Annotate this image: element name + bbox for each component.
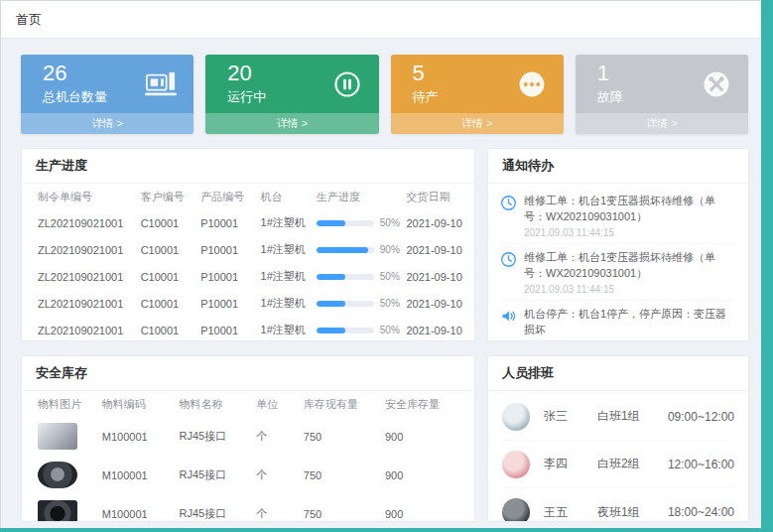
notice-text: 维修工单：机台1变压器损坏待维修（单号：WX202109031001） [524,194,736,225]
safety-qty: 900 [381,417,462,456]
panels-row-1: 生产进度 制令单编号客户编号产品编号机台生产进度交货日期 ZL202109021… [1,134,761,341]
running-icon [331,68,363,100]
stat-card-fault[interactable]: 1 故障 详情 > [576,55,748,134]
stat-card-body: 26 总机台数量 [21,55,193,113]
progress-label: 50% [380,298,400,309]
unit: 个 [252,494,300,522]
material-code: M100001 [98,417,176,456]
production-row: ZL202109021001 C10001 P10001 1#注塑机 50% 2… [34,209,462,236]
clock-icon [500,251,517,295]
notice-item[interactable]: 维修工单：机台1变压器损坏待维修（单号：WX202109031001） 2021… [500,188,736,244]
progress-bar [317,301,374,307]
progress-cell: 50% [313,317,403,341]
speaker-photo [38,500,77,522]
material-photo-cell [34,456,98,494]
progress-label: 90% [380,244,400,255]
detail-link[interactable]: 详情 > [205,113,378,134]
unit: 个 [252,456,300,494]
notice-body: 机台停产：机台1停产，停产原因：变压器损坏 [524,307,736,338]
avatar [502,403,530,431]
stat-card-body: 5 待产 [391,55,564,113]
notice-text: 机台停产：机台1停产，停产原因：变压器损坏 [524,307,736,338]
staff-row: 王五 夜班1组 18:00~24:00 [502,488,734,522]
progress-cell: 90% [313,236,403,263]
order-no: ZL202109021001 [34,209,137,236]
tab-home[interactable]: 首页 [16,11,42,29]
production-table: 制令单编号客户编号产品编号机台生产进度交货日期 ZL202109021001 C… [34,184,462,341]
detail-link[interactable]: 详情 > [576,113,748,134]
unit: 个 [252,417,300,456]
notice-list: 维修工单：机台1变压器损坏待维修（单号：WX202109031001） 2021… [488,184,748,341]
dashboard-app: 首页 26 总机台数量 详情 > 20 运行中 详情 > 5 待产 [0,0,761,528]
detail-link[interactable]: 详情 > [21,113,193,134]
production-row: ZL202109021001 C10001 P10001 1#注塑机 90% 2… [34,236,462,263]
product-no: P10001 [196,317,256,341]
column-header: 物料编码 [98,391,176,417]
material-name: RJ45接口 [176,417,253,456]
notice-text: 维修工单：机台1变压器损坏待维修（单号：WX202109031001） [524,250,736,282]
machine-name: 1#注塑机 [257,209,313,236]
safety-qty: 900 [381,456,462,494]
notice-time: 2021.09.03 11:44:15 [524,284,736,295]
notice-item[interactable]: 机台停产：机台1停产，停产原因：变压器损坏 [500,301,736,341]
notice-body: 维修工单：机台1变压器损坏待维修（单号：WX202109031001） 2021… [524,250,736,295]
panel-title-stock: 安全库存 [22,356,474,391]
safety-qty: 900 [381,494,462,522]
progress-label: 50% [380,217,400,228]
column-header: 客户编号 [137,184,196,209]
avatar [502,451,530,478]
stat-value: 1 [597,62,623,85]
production-row: ZL202109021001 C10001 P10001 1#注塑机 50% 2… [34,290,462,317]
staff-shift: 白班2组 [597,456,668,472]
waiting-icon [516,68,548,100]
notice-body: 维修工单：机台1变压器损坏待维修（单号：WX202109031001） 2021… [524,194,736,238]
progress-bar [317,220,374,226]
production-row: ZL202109021001 C10001 P10001 1#注塑机 50% 2… [34,263,462,290]
stat-card-body: 1 故障 [576,55,748,113]
connector-photo [38,462,77,488]
material-photo-cell [34,494,98,522]
on-hand-qty: 750 [300,456,381,494]
stat-label: 总机台数量 [43,88,107,106]
machine-icon [144,68,178,100]
delivery-date: 2021-09-10 [402,236,462,263]
stat-label: 故障 [597,88,623,106]
stat-card-total[interactable]: 26 总机台数量 详情 > [21,55,193,134]
stat-value: 20 [227,62,266,85]
stat-value: 5 [413,62,439,85]
staff-time: 09:00~12:00 [668,410,734,424]
progress-bar [317,247,374,253]
column-header: 机台 [257,184,313,209]
staff-time: 18:00~24:00 [668,505,734,519]
column-header: 库存现有量 [300,391,381,417]
progress-cell: 50% [313,263,403,290]
material-code: M100001 [98,456,176,494]
stat-card-running[interactable]: 20 运行中 详情 > [205,55,378,134]
progress-cell: 50% [313,290,403,317]
delivery-date: 2021-09-10 [402,209,462,236]
stat-card-waiting[interactable]: 5 待产 详情 > [391,55,564,134]
machine-name: 1#注塑机 [257,290,313,317]
machine-name: 1#注塑机 [257,236,313,263]
customer-no: C10001 [137,290,196,317]
rj45-photo [38,423,77,450]
notice-time: 2021.09.03 11:44:15 [524,227,736,238]
machine-name: 1#注塑机 [257,263,313,290]
product-no: P10001 [196,290,256,317]
column-header: 交货日期 [402,184,462,209]
column-header: 安全库存量 [381,391,462,417]
notice-item[interactable]: 维修工单：机台1变压器损坏待维修（单号：WX202109031001） 2021… [500,244,736,301]
staff-row: 张三 白班1组 09:00~12:00 [502,393,734,441]
staff-schedule-panel: 人员排班 张三 白班1组 09:00~12:00 李四 白班2组 12:00~1… [487,355,749,522]
panel-title-production: 生产进度 [22,149,474,184]
order-no: ZL202109021001 [34,290,137,317]
on-hand-qty: 750 [300,417,381,456]
material-name: RJ45接口 [176,494,253,522]
production-row: ZL202109021001 C10001 P10001 1#注塑机 50% 2… [34,317,462,341]
stat-cards-row: 26 总机台数量 详情 > 20 运行中 详情 > 5 待产 详情 > [1,39,761,134]
order-no: ZL202109021001 [34,317,137,341]
detail-link[interactable]: 详情 > [391,113,564,134]
column-header: 制令单编号 [34,184,137,209]
customer-no: C10001 [137,263,196,290]
machine-name: 1#注塑机 [257,317,313,341]
